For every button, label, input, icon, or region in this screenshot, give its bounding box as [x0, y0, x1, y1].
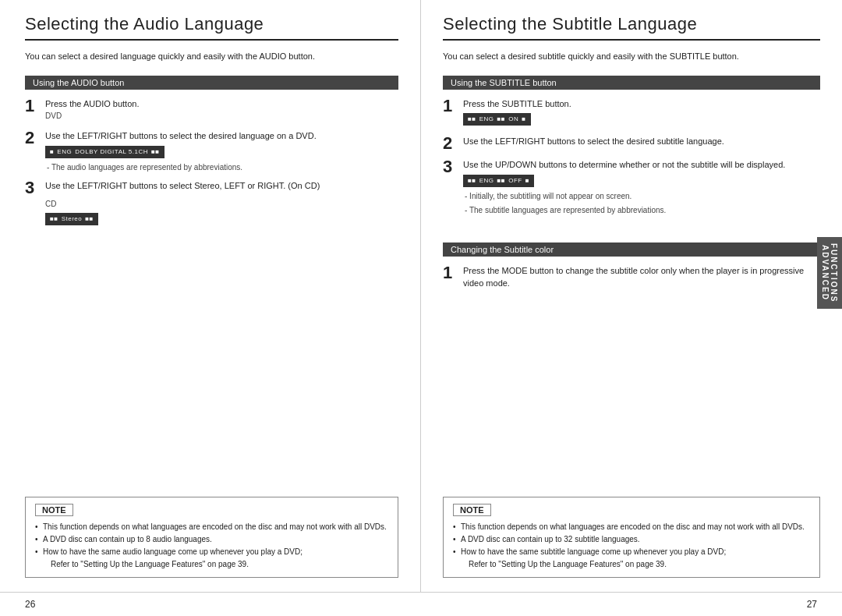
page-number-right: 27	[807, 599, 817, 610]
sub-step-num-2: 2	[443, 135, 457, 152]
audio-step-1: 1 Press the AUDIO button. DVD	[25, 97, 398, 124]
left-note-item-1: This function depends on what languages …	[35, 521, 388, 533]
subtitle-step-1: 1 Press the SUBTITLE button. ■■ENG■■ON■	[443, 97, 820, 129]
functions-text: FUNCTIONS	[830, 243, 838, 303]
subtitle-step-2: 2 Use the LEFT/RIGHT buttons to select t…	[443, 135, 820, 152]
left-note-label: NOTE	[35, 504, 73, 516]
cd-label: CD	[45, 198, 398, 210]
right-notes: This function depends on what languages …	[453, 521, 810, 558]
change-step-text-1: Press the MODE button to change the subt…	[463, 264, 820, 290]
right-note-box: NOTE This function depends on what langu…	[443, 497, 820, 578]
subtitle-step-3: 3 Use the UP/DOWN buttons to determine w…	[443, 158, 820, 216]
left-note-item-2: A DVD disc can contain up to 8 audio lan…	[35, 533, 388, 546]
audio-step-3: 3 Use the LEFT/RIGHT buttons to select S…	[25, 179, 398, 229]
subtitle-display-bar-2: ■■ENG■■OFF■	[463, 175, 534, 187]
sub-step-text-3: Use the UP/DOWN buttons to determine whe…	[463, 158, 820, 216]
dvd-display: ■ENGDOLBY DIGITAL 5.1CH■■	[45, 146, 398, 158]
right-note-item-2: A DVD disc can contain up to 32 subtitle…	[453, 533, 810, 546]
subtitle-sub-note-2: - The subtitle languages are represented…	[463, 204, 820, 216]
changing-step-1: 1 Press the MODE button to change the su…	[443, 264, 820, 290]
advanced-functions-tab: ADVANCED FUNCTIONS	[817, 237, 842, 309]
left-panel: Selecting the Audio Language You can sel…	[0, 0, 421, 592]
sub-step-text-1: Press the SUBTITLE button. ■■ENG■■ON■	[463, 97, 820, 129]
subtitle-display-bar-1: ■■ENG■■ON■	[463, 113, 531, 126]
subtitle-steps: 1 Press the SUBTITLE button. ■■ENG■■ON■ …	[443, 97, 820, 222]
dvd-display-bar: ■ENGDOLBY DIGITAL 5.1CH■■	[45, 146, 165, 158]
left-notes: This function depends on what languages …	[35, 521, 388, 558]
step-num-1: 1	[25, 97, 39, 115]
changing-subtitle-header: Changing the Subtitle color	[443, 243, 820, 257]
left-refer: Refer to "Setting Up the Language Featur…	[35, 558, 388, 571]
left-title: Selecting the Audio Language	[25, 14, 398, 41]
right-refer: Refer to "Setting Up the Language Featur…	[453, 558, 810, 571]
change-step-num-1: 1	[443, 264, 457, 281]
right-note-item-1: This function depends on what languages …	[453, 521, 810, 533]
audio-steps: 1 Press the AUDIO button. DVD 2 Use the …	[25, 97, 398, 235]
step-text-1: Press the AUDIO button. DVD	[45, 97, 398, 124]
dvd-label: DVD	[45, 110, 398, 122]
subtitle-display-1: ■■ENG■■ON■	[463, 113, 820, 126]
left-note-box: NOTE This function depends on what langu…	[25, 497, 398, 578]
sub-step-text-2: Use the LEFT/RIGHT buttons to select the…	[463, 135, 820, 148]
step-num-3: 3	[25, 179, 39, 196]
subtitle-button-header: Using the SUBTITLE button	[443, 76, 820, 90]
changing-steps: 1 Press the MODE button to change the su…	[443, 264, 820, 296]
right-note-label: NOTE	[453, 504, 491, 516]
page-number-left: 26	[25, 599, 35, 610]
advanced-text: ADVANCED	[821, 245, 830, 301]
subtitle-sub-note-1: - Initially, the subtitling will not app…	[463, 190, 820, 202]
cd-display: ■■Stereo■■	[45, 213, 398, 225]
left-intro: You can select a desired language quickl…	[25, 50, 398, 63]
audio-button-header: Using the AUDIO button	[25, 76, 398, 90]
sub-step-num-3: 3	[443, 158, 457, 175]
right-title: Selecting the Subtitle Language	[443, 14, 820, 41]
cd-display-bar: ■■Stereo■■	[45, 213, 98, 225]
subtitle-display-2: ■■ENG■■OFF■	[463, 175, 820, 187]
sub-step-num-1: 1	[443, 97, 457, 115]
step-text-3: Use the LEFT/RIGHT buttons to select Ste…	[45, 179, 398, 229]
page-footer: 26 27	[0, 592, 842, 616]
audio-step-2: 2 Use the LEFT/RIGHT buttons to select t…	[25, 129, 398, 173]
right-panel: Selecting the Subtitle Language You can …	[421, 0, 842, 592]
audio-sub-note: - The audio languages are represented by…	[45, 161, 398, 173]
step-text-2: Use the LEFT/RIGHT buttons to select the…	[45, 129, 398, 173]
right-note-item-3: How to have the same subtitle language c…	[453, 546, 810, 558]
left-note-item-3: How to have the same audio language come…	[35, 546, 388, 558]
right-intro: You can select a desired subtitle quickl…	[443, 50, 820, 63]
step-num-2: 2	[25, 129, 39, 147]
